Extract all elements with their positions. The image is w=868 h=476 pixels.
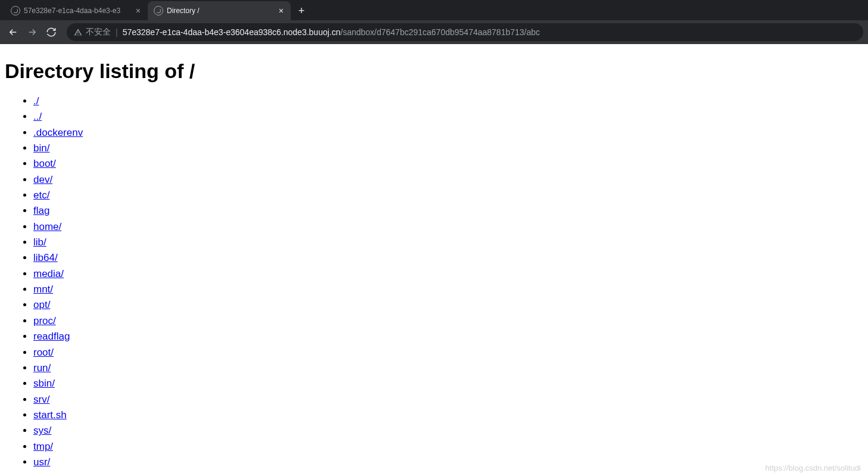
tab-title: 57e328e7-e1ca-4daa-b4e3-e3 [24, 7, 131, 15]
tab-1[interactable]: Directory / × [148, 1, 291, 20]
directory-link[interactable]: start.sh [33, 409, 67, 421]
directory-link[interactable]: boot/ [33, 158, 56, 169]
directory-link[interactable]: sys/ [33, 425, 51, 436]
directory-link[interactable]: lib/ [33, 237, 46, 248]
list-item: bin/ [33, 141, 863, 156]
list-item: etc/ [33, 188, 863, 203]
tab-title: Directory / [167, 7, 274, 15]
address-bar[interactable]: 不安全 | 57e328e7-e1ca-4daa-b4e3-e3604ea938… [67, 23, 863, 41]
list-item: sys/ [33, 423, 863, 438]
tab-0[interactable]: 57e328e7-e1ca-4daa-b4e3-e3 × [5, 1, 148, 20]
new-tab-button[interactable]: + [293, 2, 310, 19]
directory-link[interactable]: ../ [33, 111, 42, 122]
close-icon[interactable]: × [135, 5, 142, 16]
url-path: /sandbox/d7647bc291ca670db95474aa8781b71… [341, 27, 540, 37]
directory-link[interactable]: dev/ [33, 174, 52, 185]
directory-link[interactable]: srv/ [33, 394, 49, 405]
directory-link[interactable]: readflag [33, 331, 70, 342]
reload-button[interactable] [43, 24, 60, 41]
list-item: opt/ [33, 297, 863, 313]
list-item: lib64/ [33, 250, 863, 266]
back-button[interactable] [5, 24, 21, 41]
warning-icon [74, 28, 82, 36]
list-item: srv/ [33, 392, 863, 407]
directory-link[interactable]: root/ [33, 347, 54, 358]
directory-link[interactable]: sbin/ [33, 378, 55, 389]
list-item: run/ [33, 360, 863, 376]
list-item: start.sh [33, 407, 863, 423]
globe-icon [154, 6, 163, 15]
directory-list: ./../.dockerenvbin/boot/dev/etc/flaghome… [5, 94, 863, 470]
directory-link[interactable]: usr/ [33, 456, 50, 468]
forward-button[interactable] [24, 24, 41, 41]
list-item: usr/ [33, 455, 863, 470]
directory-link[interactable]: proc/ [33, 315, 56, 326]
directory-link[interactable]: tmp/ [33, 441, 53, 452]
list-item: lib/ [33, 235, 863, 250]
list-item: sbin/ [33, 376, 863, 391]
directory-link[interactable]: etc/ [33, 189, 49, 201]
globe-icon [11, 6, 20, 15]
list-item: ./ [33, 94, 863, 109]
list-item: dev/ [33, 172, 863, 188]
close-icon[interactable]: × [278, 5, 285, 16]
list-item: readflag [33, 329, 863, 344]
directory-link[interactable]: ./ [33, 95, 39, 107]
directory-link[interactable]: flag [33, 205, 49, 216]
security-indicator[interactable]: 不安全 [74, 27, 111, 38]
directory-link[interactable]: media/ [33, 268, 64, 279]
directory-link[interactable]: mnt/ [33, 284, 53, 295]
list-item: .dockerenv [33, 125, 863, 141]
list-item: mnt/ [33, 282, 863, 297]
url-text: 57e328e7-e1ca-4daa-b4e3-e3604ea938c6.nod… [123, 27, 540, 37]
tab-strip: 57e328e7-e1ca-4daa-b4e3-e3 × Directory /… [0, 0, 868, 20]
directory-link[interactable]: lib64/ [33, 252, 58, 263]
page-content: Directory listing of / ./../.dockerenvbi… [0, 44, 868, 475]
url-host: 57e328e7-e1ca-4daa-b4e3-e3604ea938c6.nod… [123, 27, 341, 37]
list-item: boot/ [33, 156, 863, 172]
directory-link[interactable]: home/ [33, 221, 61, 232]
directory-link[interactable]: run/ [33, 362, 51, 374]
list-item: media/ [33, 266, 863, 282]
toolbar: 不安全 | 57e328e7-e1ca-4daa-b4e3-e3604ea938… [0, 20, 868, 44]
directory-link[interactable]: opt/ [33, 299, 50, 310]
list-item: home/ [33, 219, 863, 235]
divider: | [116, 27, 118, 37]
directory-link[interactable]: .dockerenv [33, 127, 83, 138]
list-item: ../ [33, 109, 863, 125]
list-item: flag [33, 203, 863, 219]
list-item: tmp/ [33, 439, 863, 455]
security-label: 不安全 [86, 27, 111, 38]
list-item: proc/ [33, 313, 863, 329]
directory-link[interactable]: bin/ [33, 142, 49, 154]
page-title: Directory listing of / [5, 60, 863, 83]
list-item: root/ [33, 345, 863, 360]
